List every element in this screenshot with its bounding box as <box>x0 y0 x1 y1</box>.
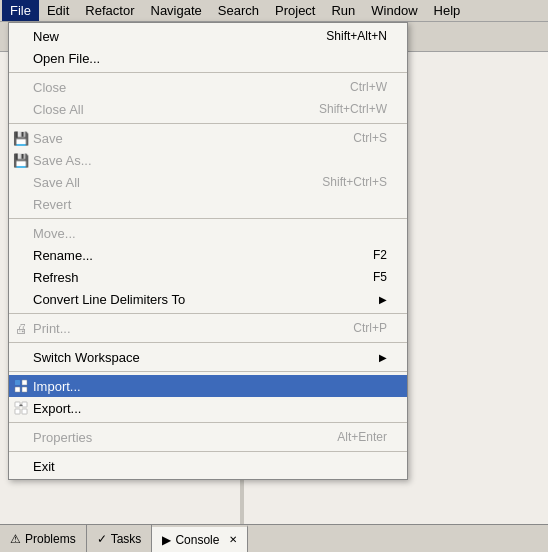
submenu-arrow-convert: ▶ <box>379 294 387 305</box>
menu-item-new-label: New <box>33 29 306 44</box>
menu-item-save-as[interactable]: 💾 Save As... <box>9 149 407 171</box>
menu-item-rename[interactable]: Rename... F2 <box>9 244 407 266</box>
menubar-item-window[interactable]: Window <box>363 0 425 21</box>
menu-item-save-all-label: Save All <box>33 175 302 190</box>
save-icon: 💾 <box>13 130 29 146</box>
menu-item-move[interactable]: Move... <box>9 222 407 244</box>
menu-item-exit-label: Exit <box>33 459 387 474</box>
menu-item-open-file-label: Open File... <box>33 51 387 66</box>
save-as-icon: 💾 <box>13 152 29 168</box>
problems-icon: ⚠ <box>10 532 21 546</box>
menu-item-rename-label: Rename... <box>33 248 353 263</box>
menu-item-move-label: Move... <box>33 226 387 241</box>
menu-separator-2 <box>9 123 407 124</box>
svg-rect-2 <box>15 387 20 392</box>
menu-item-close-all-label: Close All <box>33 102 299 117</box>
tab-tasks-label: Tasks <box>111 532 142 546</box>
menu-item-open-file[interactable]: Open File... <box>9 47 407 69</box>
menu-separator-8 <box>9 451 407 452</box>
menu-item-switch-workspace[interactable]: Switch Workspace ▶ <box>9 346 407 368</box>
menu-item-print-label: Print... <box>33 321 333 336</box>
svg-rect-7 <box>22 409 27 414</box>
menu-item-new[interactable]: New Shift+Alt+N <box>9 25 407 47</box>
svg-rect-1 <box>22 380 27 385</box>
menubar-item-project[interactable]: Project <box>267 0 323 21</box>
menu-item-properties[interactable]: Properties Alt+Enter <box>9 426 407 448</box>
menu-item-properties-shortcut: Alt+Enter <box>337 430 387 444</box>
menu-item-refresh-label: Refresh <box>33 270 353 285</box>
menu-item-save-shortcut: Ctrl+S <box>353 131 387 145</box>
tab-console-label: Console <box>175 533 219 547</box>
menu-item-save-all[interactable]: Save All Shift+Ctrl+S <box>9 171 407 193</box>
import-icon <box>13 378 29 394</box>
svg-rect-6 <box>15 409 20 414</box>
menu-separator-5 <box>9 342 407 343</box>
menu-item-save-label: Save <box>33 131 333 146</box>
menu-item-export[interactable]: Export... <box>9 397 407 419</box>
menu-separator-4 <box>9 313 407 314</box>
tasks-icon: ✓ <box>97 532 107 546</box>
menubar-item-run[interactable]: Run <box>323 0 363 21</box>
menu-item-close-all[interactable]: Close All Shift+Ctrl+W <box>9 98 407 120</box>
menu-item-convert-line[interactable]: Convert Line Delimiters To ▶ <box>9 288 407 310</box>
menubar-item-search[interactable]: Search <box>210 0 267 21</box>
menu-item-import[interactable]: Import... <box>9 375 407 397</box>
menu-separator-6 <box>9 371 407 372</box>
tab-problems[interactable]: ⚠ Problems <box>0 525 87 552</box>
menu-item-revert-label: Revert <box>33 197 387 212</box>
console-close-icon[interactable]: ✕ <box>229 534 237 545</box>
menu-item-exit[interactable]: Exit <box>9 455 407 477</box>
menu-item-close-label: Close <box>33 80 330 95</box>
menu-separator-1 <box>9 72 407 73</box>
menu-separator-3 <box>9 218 407 219</box>
tab-tasks[interactable]: ✓ Tasks <box>87 525 153 552</box>
submenu-arrow-workspace: ▶ <box>379 352 387 363</box>
menu-item-properties-label: Properties <box>33 430 317 445</box>
svg-rect-5 <box>22 402 27 407</box>
menu-item-close-shortcut: Ctrl+W <box>350 80 387 94</box>
menu-item-close[interactable]: Close Ctrl+W <box>9 76 407 98</box>
menubar: File Edit Refactor Navigate Search Proje… <box>0 0 548 22</box>
menu-item-export-label: Export... <box>33 401 387 416</box>
menubar-item-edit[interactable]: Edit <box>39 0 77 21</box>
menu-item-close-all-shortcut: Shift+Ctrl+W <box>319 102 387 116</box>
tab-console[interactable]: ▶ Console ✕ <box>152 525 248 552</box>
tab-problems-label: Problems <box>25 532 76 546</box>
console-icon: ▶ <box>162 533 171 547</box>
menu-separator-7 <box>9 422 407 423</box>
menu-item-rename-shortcut: F2 <box>373 248 387 262</box>
menu-item-save-as-label: Save As... <box>33 153 387 168</box>
menubar-item-help[interactable]: Help <box>426 0 469 21</box>
menu-item-new-shortcut: Shift+Alt+N <box>326 29 387 43</box>
menubar-item-refactor[interactable]: Refactor <box>77 0 142 21</box>
menu-item-revert[interactable]: Revert <box>9 193 407 215</box>
file-dropdown-menu: New Shift+Alt+N Open File... Close Ctrl+… <box>8 22 408 480</box>
svg-rect-3 <box>22 387 27 392</box>
svg-rect-4 <box>15 402 20 407</box>
menubar-item-navigate[interactable]: Navigate <box>143 0 210 21</box>
menu-item-refresh[interactable]: Refresh F5 <box>9 266 407 288</box>
menu-item-save-all-shortcut: Shift+Ctrl+S <box>322 175 387 189</box>
menu-item-import-label: Import... <box>33 379 387 394</box>
svg-rect-0 <box>15 380 20 385</box>
menu-item-print-shortcut: Ctrl+P <box>353 321 387 335</box>
print-icon: 🖨 <box>13 320 29 336</box>
menu-item-convert-line-label: Convert Line Delimiters To <box>33 292 371 307</box>
menubar-item-file[interactable]: File <box>2 0 39 21</box>
menu-item-switch-workspace-label: Switch Workspace <box>33 350 371 365</box>
menu-item-refresh-shortcut: F5 <box>373 270 387 284</box>
bottom-tabs: ⚠ Problems ✓ Tasks ▶ Console ✕ <box>0 524 548 552</box>
export-icon <box>13 400 29 416</box>
menu-item-save[interactable]: 💾 Save Ctrl+S <box>9 127 407 149</box>
menu-item-print[interactable]: 🖨 Print... Ctrl+P <box>9 317 407 339</box>
